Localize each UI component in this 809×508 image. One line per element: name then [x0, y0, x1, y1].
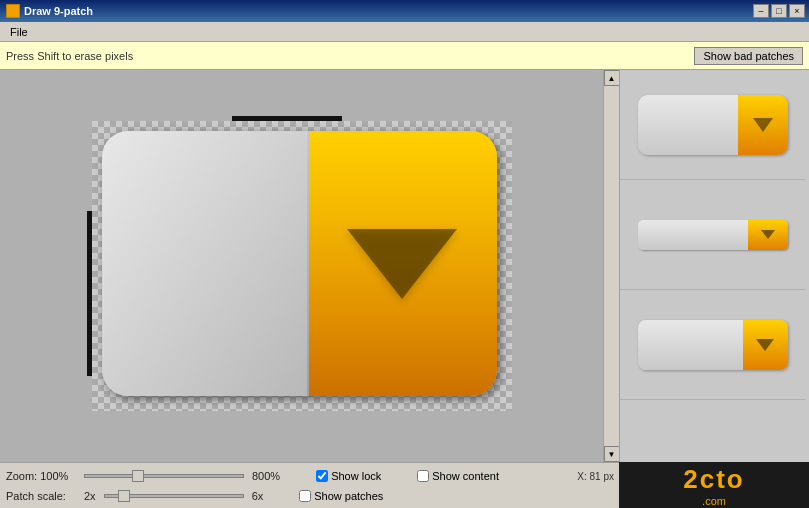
zoom-label: Zoom: 100%: [6, 470, 76, 482]
logo-area: 2cto .com: [619, 462, 809, 508]
hint-bar: Press Shift to erase pixels Show bad pat…: [0, 42, 809, 70]
button-divider: [307, 131, 309, 396]
preview-sm-left: [638, 320, 743, 370]
show-lock-checkbox[interactable]: [316, 470, 328, 482]
zoom-max-label: 800%: [252, 470, 280, 482]
preview-medium: [620, 180, 805, 290]
preview-large: [620, 70, 805, 180]
scroll-down-button[interactable]: ▼: [604, 446, 620, 462]
coord-text: X: 81 px: [577, 471, 614, 482]
title-bar-left: Draw 9-patch: [6, 4, 93, 18]
show-bad-patches-button[interactable]: Show bad patches: [694, 47, 803, 65]
patch-canvas[interactable]: [92, 121, 512, 411]
preview-arrow-icon: [753, 118, 773, 132]
show-patches-label: Show patches: [314, 490, 383, 502]
preview-med-arrow-icon: [761, 230, 775, 239]
zoom-slider[interactable]: [84, 474, 244, 478]
preview-med-left: [638, 220, 748, 250]
minimize-button[interactable]: –: [753, 4, 769, 18]
main-area: ▲ ▼: [0, 70, 809, 462]
menu-bar: File: [0, 22, 809, 42]
vertical-scrollbar[interactable]: ▲ ▼: [603, 70, 619, 462]
canvas-area[interactable]: [0, 70, 603, 462]
dropdown-arrow-icon: [347, 229, 457, 299]
status-bar: Zoom: 100% 800% Show lock Show content P…: [0, 462, 809, 508]
show-lock-label: Show lock: [331, 470, 381, 482]
preview-button-right: [738, 95, 788, 155]
show-patches-checkbox-wrap[interactable]: Show patches: [299, 490, 383, 502]
canvas-container: [72, 101, 532, 431]
window-title: Draw 9-patch: [24, 5, 93, 17]
window-controls[interactable]: – □ ×: [753, 4, 805, 18]
app-icon: [6, 4, 20, 18]
patch-max-label: 6x: [252, 490, 264, 502]
zoom-thumb[interactable]: [132, 470, 144, 482]
show-content-checkbox-wrap[interactable]: Show content: [417, 470, 499, 482]
patch-scale-label: Patch scale:: [6, 490, 76, 502]
button-left-half: [102, 131, 307, 396]
file-menu[interactable]: File: [4, 24, 34, 40]
patch-slider[interactable]: [104, 494, 244, 498]
show-lock-checkbox-wrap[interactable]: Show lock: [316, 470, 381, 482]
preview-button-left: [638, 95, 738, 155]
show-content-label: Show content: [432, 470, 499, 482]
title-bar: Draw 9-patch – □ ×: [0, 0, 809, 22]
preview-button-large: [638, 95, 788, 155]
preview-panel: [619, 70, 809, 462]
preview-med-right: [748, 220, 788, 250]
patch-min-label: 2x: [84, 490, 96, 502]
hint-text: Press Shift to erase pixels: [6, 50, 133, 62]
maximize-button[interactable]: □: [771, 4, 787, 18]
logo-sub: .com: [702, 495, 726, 507]
scroll-track[interactable]: [604, 86, 620, 446]
preview-button-small: [638, 320, 788, 370]
preview-button-medium: [638, 220, 788, 250]
preview-small: [620, 290, 805, 400]
preview-sm-arrow-icon: [756, 339, 774, 351]
close-button[interactable]: ×: [789, 4, 805, 18]
scroll-up-button[interactable]: ▲: [604, 70, 620, 86]
show-patches-checkbox[interactable]: [299, 490, 311, 502]
button-right-half: [307, 131, 497, 396]
preview-empty-space: [620, 400, 809, 462]
show-content-checkbox[interactable]: [417, 470, 429, 482]
preview-sm-right: [743, 320, 788, 370]
logo-text: 2cto: [683, 464, 744, 495]
coordinate-display: X: 81 px: [577, 471, 614, 482]
patch-thumb[interactable]: [118, 490, 130, 502]
